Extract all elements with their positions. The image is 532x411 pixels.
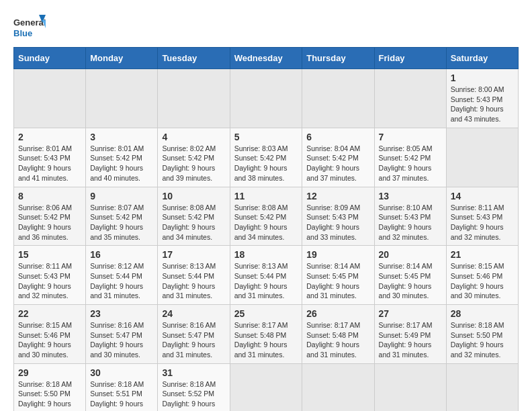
day-info: Sunrise: 8:16 AMSunset: 5:47 PMDaylight:… xyxy=(162,320,225,360)
weekday-header-thursday: Thursday xyxy=(302,48,374,69)
day-number: 14 xyxy=(451,191,514,201)
calendar-week-0: 1Sunrise: 8:00 AMSunset: 5:43 PMDaylight… xyxy=(14,69,519,128)
day-number: 2 xyxy=(18,132,81,142)
weekday-header-wednesday: Wednesday xyxy=(230,48,302,69)
calendar-cell: 13Sunrise: 8:10 AMSunset: 5:43 PMDayligh… xyxy=(374,187,446,246)
calendar-cell: 6Sunrise: 8:04 AMSunset: 5:42 PMDaylight… xyxy=(302,128,374,187)
calendar-cell: 31Sunrise: 8:18 AMSunset: 5:52 PMDayligh… xyxy=(158,363,230,411)
day-info: Sunrise: 8:09 AMSunset: 5:43 PMDaylight:… xyxy=(306,203,369,242)
weekday-header-monday: Monday xyxy=(86,48,158,69)
day-info: Sunrise: 8:01 AMSunset: 5:42 PMDaylight:… xyxy=(90,144,153,183)
calendar-cell: 9Sunrise: 8:07 AMSunset: 5:42 PMDaylight… xyxy=(86,187,158,246)
calendar-cell xyxy=(230,69,302,128)
day-number: 11 xyxy=(234,191,298,201)
weekday-header-sunday: Sunday xyxy=(14,48,86,69)
day-info: Sunrise: 8:04 AMSunset: 5:42 PMDaylight:… xyxy=(306,144,369,183)
day-info: Sunrise: 8:01 AMSunset: 5:43 PMDaylight:… xyxy=(18,144,81,183)
calendar-cell: 2Sunrise: 8:01 AMSunset: 5:43 PMDaylight… xyxy=(14,128,86,187)
calendar-cell: 26Sunrise: 8:17 AMSunset: 5:48 PMDayligh… xyxy=(302,305,374,364)
day-info: Sunrise: 8:00 AMSunset: 5:43 PMDaylight:… xyxy=(451,85,514,124)
calendar-cell: 15Sunrise: 8:11 AMSunset: 5:43 PMDayligh… xyxy=(14,246,86,305)
calendar-week-2: 8Sunrise: 8:06 AMSunset: 5:42 PMDaylight… xyxy=(14,187,519,246)
day-number: 30 xyxy=(90,367,153,378)
day-info: Sunrise: 8:15 AMSunset: 5:46 PMDaylight:… xyxy=(18,320,81,360)
day-info: Sunrise: 8:07 AMSunset: 5:42 PMDaylight:… xyxy=(90,203,153,242)
day-number: 27 xyxy=(379,308,442,319)
calendar-cell: 14Sunrise: 8:11 AMSunset: 5:43 PMDayligh… xyxy=(446,187,518,246)
day-info: Sunrise: 8:18 AMSunset: 5:52 PMDaylight:… xyxy=(162,379,225,411)
calendar-cell xyxy=(302,69,374,128)
calendar-cell: 20Sunrise: 8:14 AMSunset: 5:45 PMDayligh… xyxy=(374,246,446,305)
day-number: 4 xyxy=(162,132,225,142)
calendar-cell: 23Sunrise: 8:16 AMSunset: 5:47 PMDayligh… xyxy=(86,305,158,364)
calendar-week-3: 15Sunrise: 8:11 AMSunset: 5:43 PMDayligh… xyxy=(14,246,519,305)
day-info: Sunrise: 8:15 AMSunset: 5:46 PMDaylight:… xyxy=(451,261,514,301)
calendar-cell xyxy=(302,363,374,411)
day-number: 29 xyxy=(18,367,81,378)
calendar-cell: 11Sunrise: 8:08 AMSunset: 5:42 PMDayligh… xyxy=(230,187,302,246)
calendar-cell xyxy=(14,69,86,128)
day-number: 9 xyxy=(90,191,153,201)
day-number: 19 xyxy=(306,249,369,260)
weekday-header-saturday: Saturday xyxy=(446,48,518,69)
day-info: Sunrise: 8:14 AMSunset: 5:45 PMDaylight:… xyxy=(379,261,442,301)
day-number: 12 xyxy=(306,191,369,201)
calendar-cell: 12Sunrise: 8:09 AMSunset: 5:43 PMDayligh… xyxy=(302,187,374,246)
day-info: Sunrise: 8:08 AMSunset: 5:42 PMDaylight:… xyxy=(162,203,225,242)
weekday-header-friday: Friday xyxy=(374,48,446,69)
day-info: Sunrise: 8:14 AMSunset: 5:45 PMDaylight:… xyxy=(306,261,369,301)
calendar-cell: 3Sunrise: 8:01 AMSunset: 5:42 PMDaylight… xyxy=(86,128,158,187)
day-info: Sunrise: 8:17 AMSunset: 5:48 PMDaylight:… xyxy=(234,320,298,360)
calendar-cell: 17Sunrise: 8:13 AMSunset: 5:44 PMDayligh… xyxy=(158,246,230,305)
day-number: 20 xyxy=(379,249,442,260)
day-info: Sunrise: 8:03 AMSunset: 5:42 PMDaylight:… xyxy=(234,144,298,183)
day-info: Sunrise: 8:02 AMSunset: 5:42 PMDaylight:… xyxy=(162,144,225,183)
calendar-cell xyxy=(158,69,230,128)
day-info: Sunrise: 8:08 AMSunset: 5:42 PMDaylight:… xyxy=(234,203,298,242)
day-info: Sunrise: 8:18 AMSunset: 5:51 PMDaylight:… xyxy=(90,379,153,411)
day-number: 15 xyxy=(18,249,81,260)
calendar-cell xyxy=(230,363,302,411)
calendar-cell: 18Sunrise: 8:13 AMSunset: 5:44 PMDayligh… xyxy=(230,246,302,305)
day-number: 3 xyxy=(90,132,153,142)
day-number: 22 xyxy=(18,308,81,319)
day-info: Sunrise: 8:13 AMSunset: 5:44 PMDaylight:… xyxy=(234,261,298,301)
day-number: 23 xyxy=(90,308,153,319)
day-info: Sunrise: 8:18 AMSunset: 5:50 PMDaylight:… xyxy=(18,379,81,411)
day-info: Sunrise: 8:05 AMSunset: 5:42 PMDaylight:… xyxy=(379,144,442,183)
calendar-cell: 8Sunrise: 8:06 AMSunset: 5:42 PMDaylight… xyxy=(14,187,86,246)
calendar-week-4: 22Sunrise: 8:15 AMSunset: 5:46 PMDayligh… xyxy=(14,305,519,364)
calendar-cell xyxy=(446,363,518,411)
day-info: Sunrise: 8:10 AMSunset: 5:43 PMDaylight:… xyxy=(379,203,442,242)
calendar-cell: 10Sunrise: 8:08 AMSunset: 5:42 PMDayligh… xyxy=(158,187,230,246)
weekday-header-tuesday: Tuesday xyxy=(158,48,230,69)
calendar-cell: 29Sunrise: 8:18 AMSunset: 5:50 PMDayligh… xyxy=(14,363,86,411)
calendar-cell: 25Sunrise: 8:17 AMSunset: 5:48 PMDayligh… xyxy=(230,305,302,364)
day-info: Sunrise: 8:17 AMSunset: 5:48 PMDaylight:… xyxy=(306,320,369,360)
calendar-cell: 5Sunrise: 8:03 AMSunset: 5:42 PMDaylight… xyxy=(230,128,302,187)
day-info: Sunrise: 8:11 AMSunset: 5:43 PMDaylight:… xyxy=(451,203,514,242)
day-number: 17 xyxy=(162,249,225,260)
calendar-cell: 19Sunrise: 8:14 AMSunset: 5:45 PMDayligh… xyxy=(302,246,374,305)
calendar-cell: 16Sunrise: 8:12 AMSunset: 5:44 PMDayligh… xyxy=(86,246,158,305)
weekday-header-row: SundayMondayTuesdayWednesdayThursdayFrid… xyxy=(14,48,519,69)
calendar-cell: 1Sunrise: 8:00 AMSunset: 5:43 PMDaylight… xyxy=(446,69,518,128)
calendar-table: SundayMondayTuesdayWednesdayThursdayFrid… xyxy=(13,47,519,411)
day-number: 24 xyxy=(162,308,225,319)
day-number: 25 xyxy=(234,308,298,319)
day-info: Sunrise: 8:13 AMSunset: 5:44 PMDaylight:… xyxy=(162,261,225,301)
day-info: Sunrise: 8:06 AMSunset: 5:42 PMDaylight:… xyxy=(18,203,81,242)
day-info: Sunrise: 8:17 AMSunset: 5:49 PMDaylight:… xyxy=(379,320,442,360)
day-number: 10 xyxy=(162,191,225,201)
day-number: 5 xyxy=(234,132,298,142)
calendar-cell xyxy=(374,363,446,411)
calendar-week-5: 29Sunrise: 8:18 AMSunset: 5:50 PMDayligh… xyxy=(14,363,519,411)
day-number: 31 xyxy=(162,367,225,378)
calendar-cell: 28Sunrise: 8:18 AMSunset: 5:50 PMDayligh… xyxy=(446,305,518,364)
page-header: General Blue xyxy=(13,13,519,42)
calendar-cell: 24Sunrise: 8:16 AMSunset: 5:47 PMDayligh… xyxy=(158,305,230,364)
day-info: Sunrise: 8:11 AMSunset: 5:43 PMDaylight:… xyxy=(18,261,81,301)
logo-svg: General Blue xyxy=(13,13,46,42)
calendar-cell xyxy=(86,69,158,128)
day-number: 28 xyxy=(451,308,514,319)
